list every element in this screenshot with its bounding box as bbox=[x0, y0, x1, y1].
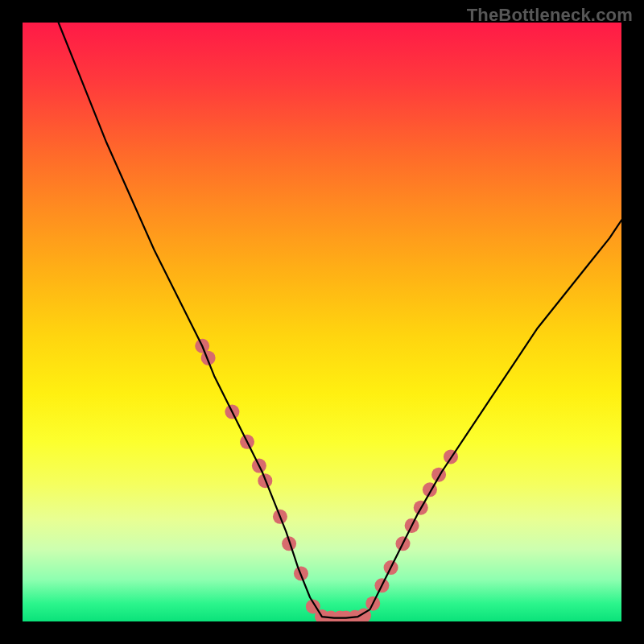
plot-area bbox=[23, 23, 621, 621]
data-markers bbox=[195, 339, 458, 621]
data-curve bbox=[59, 23, 621, 618]
chart-container: TheBottleneck.com bbox=[0, 0, 644, 644]
chart-svg bbox=[23, 23, 621, 621]
